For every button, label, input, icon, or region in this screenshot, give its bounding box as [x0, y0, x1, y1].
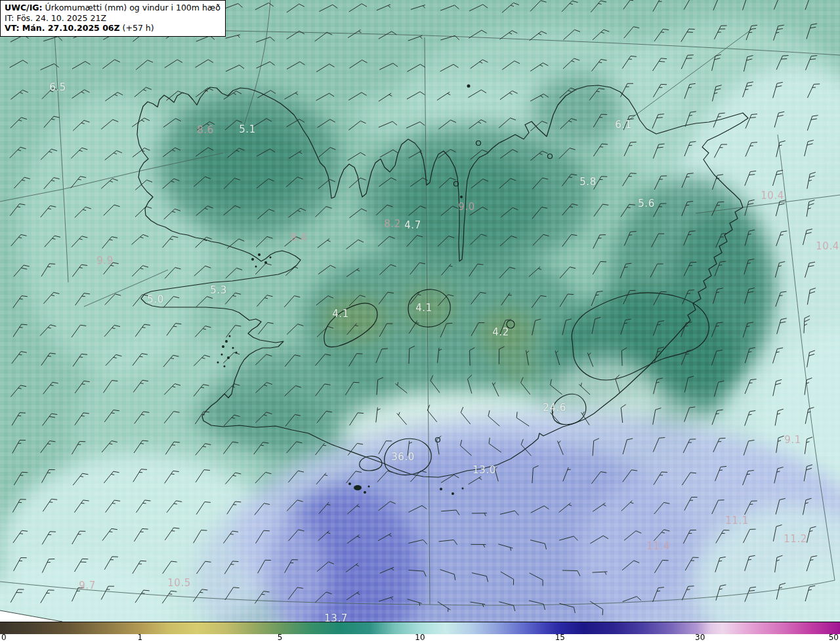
- precip-value-label: 6.1: [615, 119, 631, 131]
- precip-value-label: 13.0: [472, 464, 495, 476]
- wind-value-label: 9.9: [96, 255, 113, 267]
- precip-value-label: 5.6: [638, 198, 654, 209]
- wind-value-label: 11.4: [646, 540, 669, 552]
- wind-value-label: 8.2: [384, 218, 400, 230]
- precip-value-label: 5.8: [579, 176, 596, 188]
- wind-value-label: 11.1: [725, 515, 748, 526]
- lead-time: (+57 h): [120, 23, 154, 33]
- precip-value-label: 5.0: [147, 293, 163, 305]
- weather-map: 6.55.16.15.85.64.75.35.04.14.14.224.636.…: [0, 0, 840, 622]
- precip-value-label: 4.7: [404, 219, 421, 231]
- weather-map-page: { "header": { "line1_bold": "UWC/IG:", "…: [0, 0, 840, 642]
- wind-value-label: 10.5: [167, 577, 190, 589]
- init-time-line: IT: Fös. 24. 10. 2025 21Z: [5, 13, 220, 24]
- header-title-line: UWC/IG: Úrkomumætti (mm) og vindur i 100…: [5, 3, 220, 13]
- precip-value-label: 4.2: [492, 326, 509, 338]
- domain-edge-wedge: [0, 0, 79, 622]
- wind-value-label: 9.7: [79, 580, 95, 591]
- wind-value-label: 9.0: [458, 201, 474, 213]
- forecast-header-box: UWC/IG: Úrkomumætti (mm) og vindur i 100…: [0, 0, 226, 37]
- precip-value-label: 4.1: [332, 308, 348, 320]
- colorbar-tick: 15: [555, 633, 565, 642]
- colorbar-tick: 0: [1, 633, 7, 642]
- wind-value-label: 8.6: [197, 124, 213, 136]
- valid-time-line: VT: Mán. 27.10.2025 06Z (+57 h): [5, 23, 220, 33]
- precip-value-label: 5.1: [239, 123, 255, 135]
- precip-value-label: 13.7: [324, 612, 347, 622]
- valid-time: VT: Mán. 27.10.2025 06Z: [5, 23, 120, 33]
- wind-value-label: 10.4: [816, 240, 839, 252]
- precip-value-label: 4.1: [415, 302, 432, 314]
- precip-value-label: 36.0: [391, 451, 414, 463]
- colorbar-tick: 50: [829, 633, 839, 642]
- colorbar-tick: 1: [138, 633, 143, 642]
- colorbar-tick: 5: [278, 633, 283, 642]
- wind-value-label: 8.4: [290, 232, 306, 244]
- wind-barbs: [10, 0, 820, 615]
- precip-value-label: 24.6: [543, 402, 566, 414]
- model-id: UWC/IG:: [5, 3, 43, 12]
- colorbar-tick-labels: 01510153050: [0, 634, 840, 642]
- wind-value-label: 10.4: [761, 190, 784, 202]
- field-title: Úrkomumætti (mm) og vindur i 100m hæð: [43, 3, 220, 12]
- colorbar-tick: 30: [695, 633, 705, 642]
- colorbar-tick: 10: [415, 633, 425, 642]
- wind-value-label: 11.2: [784, 533, 807, 545]
- wind-value-label: 9.1: [784, 434, 801, 446]
- precip-value-label: 5.3: [210, 284, 226, 296]
- colorbar: 01510153050: [0, 622, 840, 642]
